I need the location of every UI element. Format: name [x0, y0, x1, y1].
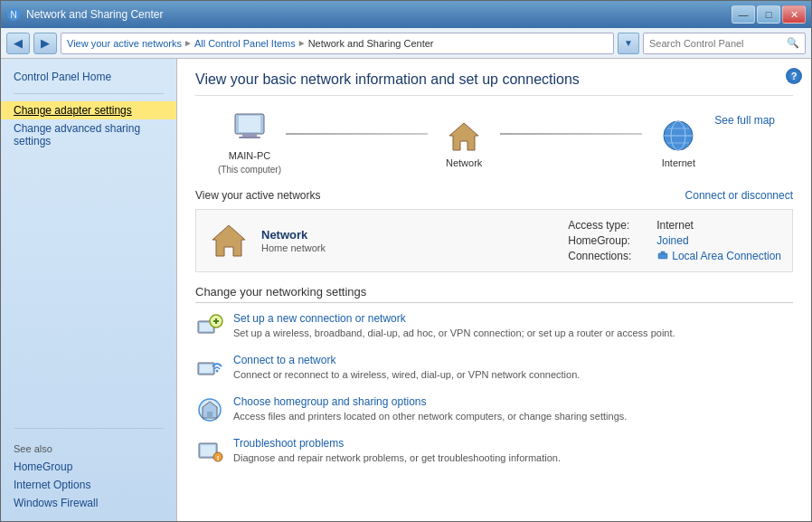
- sidebar-divider-1: [14, 93, 164, 94]
- search-bar[interactable]: 🔍: [643, 33, 806, 54]
- home-icon: [442, 118, 486, 154]
- svg-marker-12: [212, 225, 245, 256]
- see-also-title: See also: [1, 436, 176, 458]
- main-area: Control Panel Home Change adapter settin…: [1, 59, 811, 521]
- net-node-network: Network: [428, 118, 500, 168]
- net-node-internet: Internet: [642, 118, 714, 168]
- new-connection-icon: [195, 312, 224, 341]
- homegroup-settings-icon: [195, 395, 224, 424]
- computer-sublabel: (This computer): [218, 165, 281, 175]
- svg-rect-21: [200, 365, 212, 373]
- troubleshoot-title[interactable]: Troubleshoot problems: [233, 437, 793, 450]
- troubleshoot-content: Troubleshoot problems Diagnose and repai…: [233, 437, 793, 465]
- active-network-info: Network Home network: [261, 228, 557, 254]
- connect-network-icon: [195, 354, 224, 383]
- sidebar-link-change-adapter[interactable]: Change adapter settings: [1, 101, 176, 119]
- active-network-icon: [207, 221, 250, 261]
- sidebar-divider-2: [14, 428, 164, 429]
- sidebar-link-internet-options[interactable]: Internet Options: [1, 476, 176, 494]
- breadcrumb-current: Network and Sharing Center: [308, 38, 434, 49]
- sidebar: Control Panel Home Change adapter settin…: [1, 59, 177, 521]
- access-type-row: Access type: Internet: [568, 219, 781, 232]
- homegroup-settings-desc: Access files and printers located on oth…: [233, 410, 793, 423]
- access-type-label: Access type:: [568, 219, 649, 232]
- breadcrumb-dropdown[interactable]: ▼: [618, 33, 639, 54]
- breadcrumb-control-panel[interactable]: View your active networks: [67, 38, 182, 49]
- minimize-button[interactable]: —: [732, 5, 755, 24]
- troubleshoot-desc: Diagnose and repair network problems, or…: [233, 451, 793, 465]
- new-connection-desc: Set up a wireless, broadband, dial-up, a…: [233, 327, 793, 340]
- svg-rect-5: [239, 137, 260, 138]
- svg-marker-6: [449, 123, 478, 150]
- close-button[interactable]: ✕: [782, 5, 806, 24]
- sidebar-link-control-panel-home[interactable]: Control Panel Home: [1, 68, 176, 86]
- homegroup-row: HomeGroup: Joined: [568, 234, 781, 247]
- search-input[interactable]: [649, 38, 783, 49]
- connect-network-desc: Connect or reconnect to a wireless, wire…: [233, 368, 793, 382]
- window-title: Network and Sharing Center: [26, 8, 163, 21]
- maximize-button[interactable]: □: [757, 5, 780, 24]
- search-icon: 🔍: [787, 37, 799, 49]
- net-node-computer: MAIN-PC (This computer): [213, 110, 286, 175]
- active-networks-label: View your active networks: [195, 189, 321, 202]
- window-controls: — □ ✕: [732, 5, 806, 24]
- help-button[interactable]: ?: [786, 68, 802, 84]
- active-network-type[interactable]: Home network: [261, 242, 326, 253]
- svg-rect-27: [201, 445, 215, 456]
- forward-button[interactable]: ▶: [33, 33, 57, 54]
- see-full-map-link[interactable]: See full map: [714, 110, 775, 127]
- svg-rect-4: [242, 134, 257, 137]
- setting-item-troubleshoot: ! Troubleshoot problems Diagnose and rep…: [195, 437, 793, 466]
- network-diagram: MAIN-PC (This computer) Network: [195, 110, 793, 175]
- title-bar-left: N Network and Sharing Center: [6, 7, 163, 22]
- breadcrumb-all-items[interactable]: All Control Panel Items: [194, 38, 296, 49]
- active-network-name: Network: [261, 228, 557, 242]
- internet-label: Internet: [662, 157, 695, 168]
- setting-item-homegroup: Choose homegroup and sharing options Acc…: [195, 395, 793, 424]
- content-area: ? View your basic network information an…: [177, 59, 811, 521]
- net-line-2: [500, 133, 642, 135]
- active-networks-header: View your active networks Connect or dis…: [195, 189, 793, 202]
- connections-row: Connections: Local Area Connection: [568, 250, 781, 262]
- new-connection-title[interactable]: Set up a new connection or network: [233, 312, 793, 325]
- homegroup-settings-content: Choose homegroup and sharing options Acc…: [233, 395, 793, 423]
- breadcrumb-bar: View your active networks ► All Control …: [61, 33, 614, 54]
- connect-network-content: Connect to a network Connect or reconnec…: [233, 354, 793, 382]
- internet-icon: [656, 118, 700, 154]
- new-connection-content: Set up a new connection or network Set u…: [233, 312, 793, 340]
- homegroup-settings-title[interactable]: Choose homegroup and sharing options: [233, 395, 793, 408]
- setting-item-connect-network: Connect to a network Connect or reconnec…: [195, 354, 793, 383]
- connections-icon: [656, 250, 669, 262]
- svg-rect-14: [661, 252, 665, 254]
- change-settings-label: Change your networking settings: [195, 285, 793, 303]
- active-network-details: Access type: Internet HomeGroup: Joined …: [568, 219, 781, 262]
- back-button[interactable]: ◀: [6, 33, 30, 54]
- homegroup-value[interactable]: Joined: [656, 234, 688, 247]
- address-bar: ◀ ▶ View your active networks ► All Cont…: [1, 28, 811, 59]
- main-window: N Network and Sharing Center — □ ✕ ◀ ▶ V…: [0, 0, 812, 522]
- access-type-value: Internet: [656, 219, 694, 232]
- svg-text:N: N: [10, 10, 16, 20]
- connections-label: Connections:: [568, 250, 649, 262]
- sidebar-link-homegroup[interactable]: HomeGroup: [1, 458, 176, 476]
- connect-disconnect-link[interactable]: Connect or disconnect: [685, 189, 793, 202]
- setting-item-new-connection: Set up a new connection or network Set u…: [195, 312, 793, 341]
- title-bar: N Network and Sharing Center — □ ✕: [1, 1, 811, 28]
- window-icon: N: [6, 7, 21, 22]
- page-title: View your basic network information and …: [195, 71, 793, 96]
- computer-label: MAIN-PC: [229, 150, 270, 161]
- svg-rect-25: [207, 412, 212, 418]
- computer-icon: [228, 110, 271, 147]
- svg-rect-3: [239, 116, 260, 132]
- connections-value[interactable]: Local Area Connection: [672, 250, 781, 262]
- sidebar-link-windows-firewall[interactable]: Windows Firewall: [1, 494, 176, 512]
- svg-text:!: !: [217, 454, 220, 462]
- active-network-box: Network Home network Access type: Intern…: [195, 209, 793, 272]
- homegroup-label: HomeGroup:: [568, 234, 649, 247]
- sidebar-link-advanced-sharing[interactable]: Change advanced sharing settings: [1, 119, 176, 150]
- network-label: Network: [446, 157, 482, 168]
- net-line-1: [286, 133, 428, 135]
- connect-network-title[interactable]: Connect to a network: [233, 354, 793, 366]
- svg-point-22: [216, 370, 219, 373]
- troubleshoot-icon: !: [195, 437, 224, 466]
